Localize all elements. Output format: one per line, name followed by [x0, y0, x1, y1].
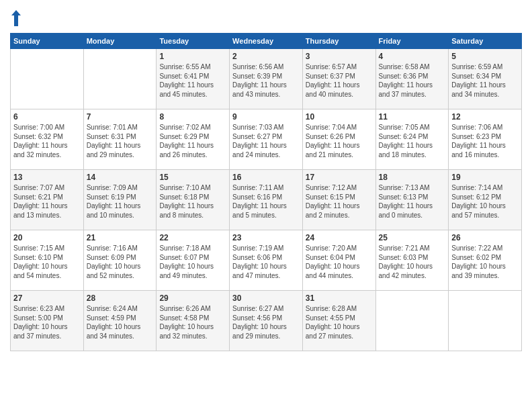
calendar-header-row: SundayMondayTuesdayWednesdayThursdayFrid… — [11, 34, 522, 49]
calendar-cell: 6Sunrise: 7:00 AM Sunset: 6:32 PM Daylig… — [11, 109, 84, 170]
day-number: 28 — [87, 293, 154, 303]
day-content: Sunrise: 7:06 AM Sunset: 6:23 PM Dayligh… — [451, 123, 519, 159]
calendar-cell: 16Sunrise: 7:11 AM Sunset: 6:16 PM Dayli… — [230, 170, 303, 230]
day-number: 5 — [451, 52, 519, 61]
day-content: Sunrise: 7:02 AM Sunset: 6:29 PM Dayligh… — [159, 123, 226, 159]
day-number: 31 — [306, 293, 373, 303]
calendar-table: SundayMondayTuesdayWednesdayThursdayFrid… — [10, 33, 522, 351]
calendar-cell: 18Sunrise: 7:13 AM Sunset: 6:13 PM Dayli… — [375, 170, 449, 230]
day-number: 8 — [159, 112, 226, 122]
day-number: 29 — [159, 293, 226, 303]
day-number: 14 — [87, 173, 154, 182]
calendar-cell: 1Sunrise: 6:55 AM Sunset: 6:41 PM Daylig… — [157, 49, 230, 109]
calendar-week-2: 6Sunrise: 7:00 AM Sunset: 6:32 PM Daylig… — [11, 109, 522, 170]
day-number: 6 — [13, 112, 81, 122]
day-content: Sunrise: 6:26 AM Sunset: 4:58 PM Dayligh… — [159, 304, 226, 340]
header-saturday: Saturday — [449, 34, 522, 49]
day-number: 20 — [13, 233, 81, 242]
day-number: 13 — [13, 173, 81, 182]
day-content: Sunrise: 7:21 AM Sunset: 6:03 PM Dayligh… — [379, 244, 446, 280]
calendar-cell: 27Sunrise: 6:23 AM Sunset: 5:00 PM Dayli… — [11, 291, 84, 351]
day-content: Sunrise: 7:19 AM Sunset: 6:06 PM Dayligh… — [232, 244, 300, 280]
day-content: Sunrise: 7:22 AM Sunset: 6:02 PM Dayligh… — [451, 244, 519, 280]
day-content: Sunrise: 7:07 AM Sunset: 6:21 PM Dayligh… — [13, 183, 81, 220]
calendar-cell: 5Sunrise: 6:59 AM Sunset: 6:34 PM Daylig… — [449, 49, 522, 109]
calendar-cell: 7Sunrise: 7:01 AM Sunset: 6:31 PM Daylig… — [83, 109, 157, 170]
day-number: 2 — [232, 52, 300, 61]
calendar-cell: 28Sunrise: 6:24 AM Sunset: 4:59 PM Dayli… — [83, 291, 157, 351]
calendar-cell: 23Sunrise: 7:19 AM Sunset: 6:06 PM Dayli… — [230, 230, 303, 291]
calendar-cell: 8Sunrise: 7:02 AM Sunset: 6:29 PM Daylig… — [157, 109, 230, 170]
day-content: Sunrise: 7:03 AM Sunset: 6:27 PM Dayligh… — [232, 123, 300, 159]
calendar-cell: 4Sunrise: 6:58 AM Sunset: 6:36 PM Daylig… — [375, 49, 449, 109]
calendar-cell: 17Sunrise: 7:12 AM Sunset: 6:15 PM Dayli… — [302, 170, 375, 230]
day-content: Sunrise: 6:24 AM Sunset: 4:59 PM Dayligh… — [87, 304, 154, 340]
day-content: Sunrise: 6:23 AM Sunset: 5:00 PM Dayligh… — [13, 304, 81, 340]
day-number: 18 — [379, 173, 446, 182]
calendar-cell: 9Sunrise: 7:03 AM Sunset: 6:27 PM Daylig… — [230, 109, 303, 170]
header-thursday: Thursday — [302, 34, 375, 49]
day-number: 1 — [159, 52, 226, 61]
day-content: Sunrise: 7:09 AM Sunset: 6:19 PM Dayligh… — [87, 183, 154, 220]
day-number: 25 — [379, 233, 446, 242]
header-monday: Monday — [83, 34, 157, 49]
day-number: 15 — [159, 173, 226, 182]
day-number: 4 — [379, 52, 446, 61]
day-number: 24 — [306, 233, 373, 242]
calendar-cell: 12Sunrise: 7:06 AM Sunset: 6:23 PM Dayli… — [449, 109, 522, 170]
calendar-cell: 14Sunrise: 7:09 AM Sunset: 6:19 PM Dayli… — [83, 170, 157, 230]
calendar-cell: 26Sunrise: 7:22 AM Sunset: 6:02 PM Dayli… — [449, 230, 522, 291]
day-content: Sunrise: 6:55 AM Sunset: 6:41 PM Dayligh… — [159, 62, 226, 99]
day-content: Sunrise: 6:27 AM Sunset: 4:56 PM Dayligh… — [232, 304, 300, 340]
day-number: 16 — [232, 173, 300, 182]
day-content: Sunrise: 7:12 AM Sunset: 6:15 PM Dayligh… — [306, 183, 373, 220]
day-number: 23 — [232, 233, 300, 242]
day-content: Sunrise: 7:16 AM Sunset: 6:09 PM Dayligh… — [87, 244, 154, 280]
calendar-cell — [375, 291, 449, 351]
calendar-cell: 20Sunrise: 7:15 AM Sunset: 6:10 PM Dayli… — [11, 230, 84, 291]
calendar-cell: 15Sunrise: 7:10 AM Sunset: 6:18 PM Dayli… — [157, 170, 230, 230]
day-content: Sunrise: 7:00 AM Sunset: 6:32 PM Dayligh… — [13, 123, 81, 159]
calendar-cell: 13Sunrise: 7:07 AM Sunset: 6:21 PM Dayli… — [11, 170, 84, 230]
calendar-cell: 21Sunrise: 7:16 AM Sunset: 6:09 PM Dayli… — [83, 230, 157, 291]
calendar-cell: 2Sunrise: 6:56 AM Sunset: 6:39 PM Daylig… — [230, 49, 303, 109]
day-number: 9 — [232, 112, 300, 122]
calendar-cell: 3Sunrise: 6:57 AM Sunset: 6:37 PM Daylig… — [302, 49, 375, 109]
header-sunday: Sunday — [11, 34, 84, 49]
calendar-cell: 19Sunrise: 7:14 AM Sunset: 6:12 PM Dayli… — [449, 170, 522, 230]
day-number: 26 — [451, 233, 519, 242]
day-content: Sunrise: 6:59 AM Sunset: 6:34 PM Dayligh… — [451, 62, 519, 99]
day-content: Sunrise: 6:56 AM Sunset: 6:39 PM Dayligh… — [232, 62, 300, 99]
day-number: 7 — [87, 112, 154, 122]
calendar-cell: 10Sunrise: 7:04 AM Sunset: 6:26 PM Dayli… — [302, 109, 375, 170]
day-content: Sunrise: 6:57 AM Sunset: 6:37 PM Dayligh… — [306, 62, 373, 99]
calendar-cell: 11Sunrise: 7:05 AM Sunset: 6:24 PM Dayli… — [375, 109, 449, 170]
day-content: Sunrise: 7:04 AM Sunset: 6:26 PM Dayligh… — [306, 123, 373, 159]
calendar-week-1: 1Sunrise: 6:55 AM Sunset: 6:41 PM Daylig… — [11, 49, 522, 109]
day-content: Sunrise: 7:20 AM Sunset: 6:04 PM Dayligh… — [306, 244, 373, 280]
day-content: Sunrise: 7:01 AM Sunset: 6:31 PM Dayligh… — [87, 123, 154, 159]
calendar-week-4: 20Sunrise: 7:15 AM Sunset: 6:10 PM Dayli… — [11, 230, 522, 291]
day-content: Sunrise: 6:58 AM Sunset: 6:36 PM Dayligh… — [379, 62, 446, 99]
day-content: Sunrise: 6:28 AM Sunset: 4:55 PM Dayligh… — [306, 304, 373, 340]
day-content: Sunrise: 7:05 AM Sunset: 6:24 PM Dayligh… — [379, 123, 446, 159]
day-number: 10 — [306, 112, 373, 122]
day-content: Sunrise: 7:14 AM Sunset: 6:12 PM Dayligh… — [451, 183, 519, 220]
logo — [10, 10, 21, 26]
calendar-cell: 30Sunrise: 6:27 AM Sunset: 4:56 PM Dayli… — [230, 291, 303, 351]
calendar-week-3: 13Sunrise: 7:07 AM Sunset: 6:21 PM Dayli… — [11, 170, 522, 230]
logo-icon — [11, 10, 21, 26]
day-number: 3 — [306, 52, 373, 61]
day-content: Sunrise: 7:11 AM Sunset: 6:16 PM Dayligh… — [232, 183, 300, 220]
calendar-cell: 25Sunrise: 7:21 AM Sunset: 6:03 PM Dayli… — [375, 230, 449, 291]
day-number: 21 — [87, 233, 154, 242]
header-friday: Friday — [375, 34, 449, 49]
calendar-cell — [449, 291, 522, 351]
day-number: 30 — [232, 293, 300, 303]
calendar-cell: 22Sunrise: 7:18 AM Sunset: 6:07 PM Dayli… — [157, 230, 230, 291]
day-content: Sunrise: 7:13 AM Sunset: 6:13 PM Dayligh… — [379, 183, 446, 220]
day-number: 19 — [451, 173, 519, 182]
calendar-cell — [83, 49, 157, 109]
calendar-cell: 31Sunrise: 6:28 AM Sunset: 4:55 PM Dayli… — [302, 291, 375, 351]
calendar-cell: 29Sunrise: 6:26 AM Sunset: 4:58 PM Dayli… — [157, 291, 230, 351]
